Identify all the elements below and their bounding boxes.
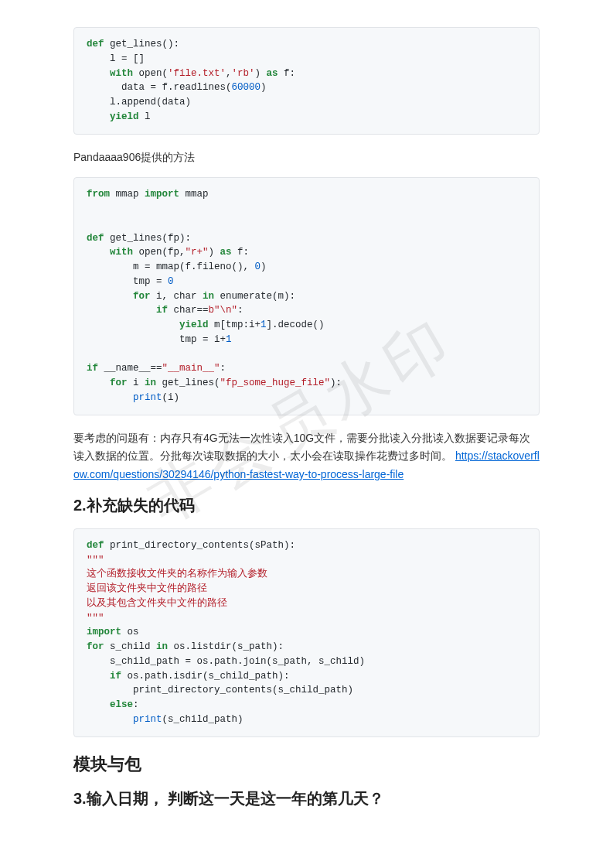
code-text: tmp = i+: [87, 334, 226, 345]
kw-def: def: [87, 540, 104, 551]
code-text: i, char: [151, 291, 203, 302]
number-literal: 60000: [232, 82, 261, 93]
kw-in: in: [145, 378, 156, 388]
paragraph-explanation: 要考虑的问题有：内存只有4G无法一次性读入10G文件，需要分批读入分批读入数据要…: [73, 429, 540, 484]
kw-as: as: [267, 68, 278, 79]
code-text: s_child_path = os.path.join(s_path, s_ch…: [87, 656, 365, 667]
code-text: ):: [330, 378, 342, 388]
kw-with: with: [87, 68, 133, 79]
code-text: :: [237, 305, 243, 316]
fn-print: print: [87, 714, 162, 725]
kw-if: if: [87, 305, 168, 316]
code-text: __name__==: [98, 363, 162, 374]
kw-if: if: [87, 363, 98, 374]
paragraph-author-note: Pandaaaa906提供的方法: [73, 149, 540, 167]
kw-if: if: [87, 671, 121, 682]
string-literal: 'rb': [232, 68, 255, 79]
code-text: print_directory_contents(s_child_path): [87, 685, 353, 695]
code-text: os.path.isdir(s_child_path):: [121, 671, 290, 682]
code-text: :: [220, 363, 226, 374]
code-block-2: from mmap import mmap def get_lines(fp):…: [73, 177, 540, 415]
code-text: (s_child_path): [162, 714, 243, 725]
heading-2: 2.补充缺失的代码: [73, 495, 540, 516]
code-text: l: [139, 111, 151, 122]
code-text: enumerate(m):: [214, 291, 295, 302]
docstring-line: 这个函数接收文件夹的名称作为输入参数: [87, 569, 267, 579]
code-text: get_lines(fp):: [104, 233, 192, 244]
docstring-quote: """: [87, 613, 104, 624]
code-text: print_directory_contents(sPath):: [104, 540, 296, 551]
string-literal: b"\n": [209, 305, 238, 316]
code-text: f:: [278, 68, 296, 79]
kw-def: def: [87, 39, 104, 50]
number-literal: 0: [168, 276, 174, 287]
kw-for: for: [87, 641, 104, 652]
kw-as: as: [220, 247, 232, 258]
code-text: i: [128, 378, 145, 388]
code-text: m = mmap(f.fileno(),: [87, 261, 255, 272]
kw-for: for: [87, 291, 151, 302]
string-literal: "r+": [186, 247, 209, 258]
fn-print: print: [87, 392, 162, 403]
code-text: ): [209, 247, 220, 258]
code-text: os.listdir(s_path):: [168, 641, 284, 652]
code-text: m[tmp:i+: [209, 320, 261, 330]
code-text: ,: [226, 68, 232, 79]
kw-in: in: [203, 291, 214, 302]
code-text: char==: [168, 305, 209, 316]
code-text: mmap: [110, 189, 145, 200]
heading-modules: 模块与包: [73, 753, 540, 776]
kw-def: def: [87, 233, 104, 244]
number-literal: 0: [255, 261, 261, 272]
kw-in: in: [156, 641, 168, 652]
kw-yield: yield: [87, 111, 139, 122]
number-literal: 1: [226, 334, 232, 345]
kw-for: for: [87, 378, 128, 388]
code-text: tmp =: [87, 276, 168, 287]
code-text: data = f.readlines(: [87, 82, 232, 93]
number-literal: 1: [261, 320, 267, 330]
code-text: ): [261, 82, 267, 93]
string-literal: "__main__": [162, 363, 220, 374]
docstring-line: 返回该文件夹中文件的路径: [87, 583, 207, 594]
kw-yield: yield: [87, 320, 209, 330]
code-text: mmap: [179, 189, 209, 200]
code-text: open(: [133, 68, 168, 79]
code-text: ): [261, 261, 267, 272]
code-text: :: [133, 699, 139, 710]
code-text: open(fp,: [133, 247, 186, 258]
string-literal: "fp_some_huge_file": [220, 378, 331, 388]
kw-else: else: [87, 699, 133, 710]
docstring-line: 以及其包含文件夹中文件的路径: [87, 598, 227, 609]
code-text: ): [255, 68, 267, 79]
code-text: os: [121, 627, 139, 637]
code-text: l = []: [87, 53, 145, 64]
code-text: f:: [232, 247, 250, 258]
kw-from: from: [87, 189, 110, 200]
code-text: s_child: [104, 641, 157, 652]
code-text: get_lines():: [104, 39, 180, 50]
code-text: ].decode(): [267, 320, 325, 330]
heading-3: 3.输入日期， 判断这一天是这一年的第几天？: [73, 788, 540, 809]
code-text: (i): [162, 392, 180, 403]
code-block-3: def print_directory_contents(sPath): """…: [73, 528, 540, 737]
code-text: get_lines(: [156, 378, 220, 388]
kw-import: import: [87, 627, 121, 637]
string-literal: 'file.txt': [168, 68, 226, 79]
kw-with: with: [87, 247, 133, 258]
kw-import: import: [145, 189, 179, 200]
code-block-1: def get_lines(): l = [] with open('file.…: [73, 27, 540, 135]
docstring-quote: """: [87, 555, 104, 566]
code-text: l.append(data): [87, 97, 191, 108]
